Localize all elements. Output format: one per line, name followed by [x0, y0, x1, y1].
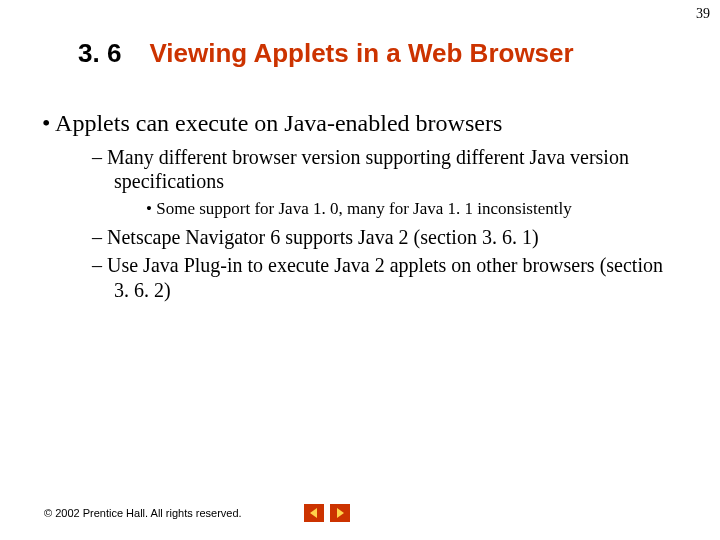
svg-marker-1 [337, 508, 344, 518]
section-title: Viewing Applets in a Web Browser [149, 38, 573, 69]
slide-footer: © 2002 Prentice Hall. All rights reserve… [44, 504, 350, 522]
bullet-level-3: Some support for Java 1. 0, many for Jav… [146, 198, 680, 219]
svg-marker-0 [310, 508, 317, 518]
bullet-level-2: Use Java Plug-in to execute Java 2 apple… [92, 253, 680, 302]
slide-title-row: 3. 6 Viewing Applets in a Web Browser [78, 38, 680, 69]
slide-body: Applets can execute on Java-enabled brow… [42, 110, 680, 306]
nav-arrows [304, 504, 350, 522]
copyright-text: © 2002 Prentice Hall. All rights reserve… [44, 507, 242, 519]
bullet-level-1: Applets can execute on Java-enabled brow… [42, 110, 680, 137]
section-number: 3. 6 [78, 38, 121, 69]
prev-arrow-button[interactable] [304, 504, 324, 522]
arrow-right-icon [334, 507, 346, 519]
next-arrow-button[interactable] [330, 504, 350, 522]
bullet-level-2: Netscape Navigator 6 supports Java 2 (se… [92, 225, 680, 249]
bullet-level-2: Many different browser version supportin… [92, 145, 680, 194]
page-number: 39 [696, 6, 710, 22]
arrow-left-icon [308, 507, 320, 519]
